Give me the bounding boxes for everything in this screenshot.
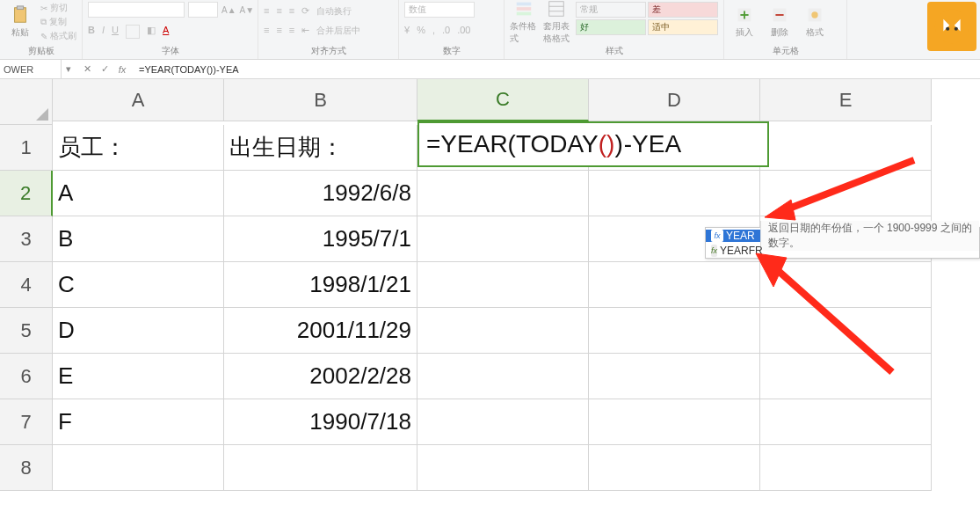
style-good[interactable]: 好	[576, 19, 646, 35]
cell-B4[interactable]: 1998/1/21	[224, 262, 417, 308]
cell-A2[interactable]: A	[53, 171, 224, 216]
insert-icon	[735, 5, 754, 25]
cell-D8[interactable]	[589, 445, 760, 491]
align-bottom-icon[interactable]: ≡	[289, 5, 294, 18]
cell-C3[interactable]	[417, 216, 589, 262]
cell-B1[interactable]: 出生日期：	[224, 125, 417, 171]
col-head-A[interactable]: A	[53, 79, 224, 121]
style-neutral[interactable]: 适中	[648, 19, 718, 35]
cell-E7[interactable]	[760, 399, 932, 445]
decrease-decimal-icon[interactable]: .00	[457, 25, 470, 35]
row-head-3[interactable]: 3	[0, 216, 53, 262]
cell-C2[interactable]	[417, 171, 589, 216]
cut-button[interactable]: ✂剪切	[40, 2, 76, 14]
row-head-1[interactable]: 1	[0, 125, 53, 171]
cell-D5[interactable]	[589, 308, 760, 354]
conditional-format-button[interactable]: 条件格式	[510, 2, 538, 42]
delete-cells-button[interactable]: 删除	[765, 2, 795, 42]
insert-cells-button[interactable]: 插入	[730, 2, 759, 42]
increase-decimal-icon[interactable]: .0	[442, 25, 450, 35]
decrease-font-icon[interactable]: A▼	[240, 5, 255, 15]
increase-font-icon[interactable]: A▲	[221, 5, 236, 15]
cell-C4[interactable]	[417, 262, 589, 308]
autocomplete-item-year[interactable]: fx YEAR	[706, 230, 760, 242]
font-family-select[interactable]	[88, 2, 185, 18]
cell-E4[interactable]	[760, 262, 932, 308]
cell-C6[interactable]	[417, 354, 589, 399]
cell-B2[interactable]: 1992/6/8	[224, 171, 417, 216]
font-size-select[interactable]	[188, 2, 218, 18]
col-head-C[interactable]: C	[417, 79, 589, 121]
cell-B7[interactable]: 1990/7/18	[224, 399, 417, 445]
bold-button[interactable]: B	[88, 25, 95, 39]
cell-E8[interactable]	[760, 445, 932, 491]
cell-D4[interactable]	[589, 262, 760, 308]
paste-button[interactable]: 粘贴	[5, 2, 35, 42]
cell-D6[interactable]	[589, 354, 760, 399]
comma-icon[interactable]: ,	[432, 25, 435, 35]
font-color-button[interactable]: A	[163, 25, 169, 39]
formula-input[interactable]: =YEAR(TODAY())-YEA	[134, 64, 980, 75]
copy-button[interactable]: ⧉复制	[40, 16, 76, 28]
cell-A7[interactable]: F	[53, 399, 224, 445]
align-left-icon[interactable]: ≡	[264, 25, 269, 37]
app-mascot-icon[interactable]	[927, 2, 976, 51]
cell-E1[interactable]	[760, 125, 932, 171]
wrap-text-button[interactable]: 自动换行	[316, 5, 352, 18]
cell-A6[interactable]: E	[53, 354, 224, 399]
cell-E6[interactable]	[760, 354, 932, 399]
cell-B8[interactable]	[224, 445, 417, 491]
cell-D2[interactable]	[589, 171, 760, 216]
cell-E2[interactable]	[760, 171, 932, 216]
align-right-icon[interactable]: ≡	[289, 25, 294, 37]
align-center-icon[interactable]: ≡	[276, 25, 281, 37]
row-head-7[interactable]: 7	[0, 399, 53, 445]
row-head-6[interactable]: 6	[0, 354, 53, 399]
col-head-B[interactable]: B	[224, 79, 417, 121]
format-painter-button[interactable]: ✎格式刷	[40, 30, 76, 42]
cell-D7[interactable]	[589, 399, 760, 445]
autocomplete-item-yearfr[interactable]: fx YEARFR	[706, 245, 764, 257]
currency-icon[interactable]: ¥	[404, 25, 410, 35]
enter-formula-button[interactable]: ✓	[98, 63, 111, 75]
col-head-D[interactable]: D	[589, 79, 760, 121]
cell-C7[interactable]	[417, 399, 589, 445]
name-box[interactable]: OWER	[0, 60, 62, 78]
col-head-E[interactable]: E	[760, 79, 932, 121]
fx-button[interactable]: fx	[116, 64, 128, 75]
select-all-corner[interactable]	[0, 79, 53, 125]
cell-A5[interactable]: D	[53, 308, 224, 354]
number-format-select[interactable]: 数值	[404, 2, 475, 18]
cell-A8[interactable]	[53, 445, 224, 491]
cell-C8[interactable]	[417, 445, 589, 491]
format-cells-button[interactable]: 格式	[800, 2, 830, 42]
cell-A4[interactable]: C	[53, 262, 224, 308]
cell-E5[interactable]	[760, 308, 932, 354]
align-middle-icon[interactable]: ≡	[276, 5, 281, 18]
cell-A3[interactable]: B	[53, 216, 224, 262]
row-head-2[interactable]: 2	[0, 171, 53, 216]
cell-A1[interactable]: 员工：	[53, 125, 224, 171]
percent-icon[interactable]: %	[417, 25, 425, 35]
fill-color-button[interactable]: ◧	[147, 25, 156, 39]
cell-B6[interactable]: 2002/2/28	[224, 354, 417, 399]
orientation-icon[interactable]: ⟳	[301, 5, 309, 18]
indent-decrease-icon[interactable]: ⇤	[301, 25, 309, 37]
underline-button[interactable]: U	[112, 25, 119, 39]
cell-C5[interactable]	[417, 308, 589, 354]
cell-B3[interactable]: 1995/7/1	[224, 216, 417, 262]
row-head-8[interactable]: 8	[0, 445, 53, 491]
table-format-button[interactable]: 套用表格格式	[543, 2, 571, 42]
row-head-4[interactable]: 4	[0, 262, 53, 308]
cancel-formula-button[interactable]: ✕	[81, 63, 93, 75]
name-box-dropdown-icon[interactable]: ▾	[62, 63, 76, 75]
merge-center-button[interactable]: 合并后居中	[316, 25, 360, 37]
style-normal[interactable]: 常规	[576, 2, 646, 18]
style-bad[interactable]: 差	[648, 2, 718, 18]
cell-B5[interactable]: 2001/11/29	[224, 308, 417, 354]
border-button[interactable]	[126, 25, 140, 39]
row-head-5[interactable]: 5	[0, 308, 53, 354]
active-cell-formula-edit[interactable]: =YEAR(TODAY())-YEA	[417, 121, 769, 167]
align-top-icon[interactable]: ≡	[264, 5, 269, 18]
italic-button[interactable]: I	[102, 25, 105, 39]
